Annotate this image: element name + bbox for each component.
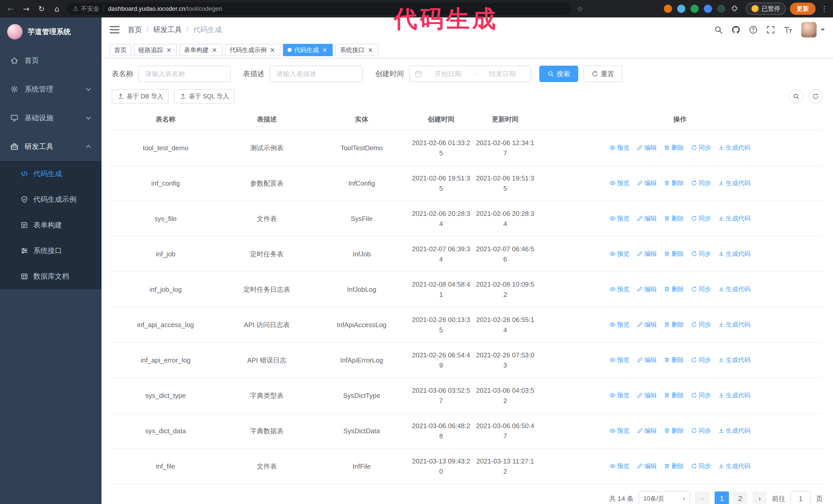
sync-link[interactable]: 同步: [691, 319, 711, 330]
generate-code-link[interactable]: 生成代码: [718, 355, 751, 365]
delete-link[interactable]: 删除: [664, 249, 684, 259]
edit-link[interactable]: 编辑: [637, 213, 657, 223]
generate-code-link[interactable]: 生成代码: [718, 461, 751, 471]
goto-page-input[interactable]: [790, 491, 811, 504]
generate-code-link[interactable]: 生成代码: [718, 213, 751, 223]
extension-icon[interactable]: [664, 5, 672, 13]
sync-link[interactable]: 同步: [691, 426, 711, 436]
delete-link[interactable]: 删除: [664, 426, 684, 436]
hamburger-icon[interactable]: [110, 26, 119, 33]
extension-icon[interactable]: [690, 5, 699, 13]
delete-link[interactable]: 删除: [664, 284, 684, 294]
close-icon[interactable]: ×: [269, 47, 276, 53]
breadcrumb-item[interactable]: 研发工具: [153, 25, 182, 34]
sidebar-item-codegen[interactable]: 代码生成: [0, 161, 101, 187]
delete-link[interactable]: 删除: [664, 390, 684, 401]
tab-4[interactable]: 代码生成×: [283, 44, 333, 56]
sync-link[interactable]: 同步: [691, 461, 711, 471]
preview-link[interactable]: 预览: [610, 213, 629, 223]
home-button[interactable]: ⌂: [51, 4, 63, 13]
extension-icon[interactable]: [677, 5, 685, 13]
generate-code-link[interactable]: 生成代码: [718, 143, 751, 153]
sync-link[interactable]: 同步: [691, 213, 711, 223]
edit-link[interactable]: 编辑: [637, 319, 657, 330]
sync-link[interactable]: 同步: [691, 143, 711, 153]
close-icon[interactable]: ×: [166, 47, 172, 53]
page-button-2[interactable]: 2: [733, 491, 747, 504]
edit-link[interactable]: 编辑: [637, 390, 657, 401]
preview-link[interactable]: 预览: [610, 461, 629, 471]
tab-1[interactable]: 链路追踪×: [134, 44, 177, 56]
sync-link[interactable]: 同步: [691, 178, 711, 188]
sidebar-item-db-doc[interactable]: 数据库文档: [0, 264, 101, 289]
generate-code-link[interactable]: 生成代码: [718, 178, 751, 188]
sidebar-item-devtools[interactable]: 研发工具: [0, 132, 101, 161]
delete-link[interactable]: 删除: [664, 213, 684, 223]
table-desc-input[interactable]: [270, 66, 363, 82]
tab-0[interactable]: 首页: [110, 44, 131, 56]
close-icon[interactable]: ×: [211, 47, 218, 53]
generate-code-link[interactable]: 生成代码: [718, 284, 751, 294]
next-page-button[interactable]: ›: [753, 491, 767, 504]
sync-link[interactable]: 同步: [691, 284, 711, 294]
edit-link[interactable]: 编辑: [637, 178, 657, 188]
date-range-picker[interactable]: 开始日期 - 结束日期: [409, 66, 531, 82]
menu-kebab-icon[interactable]: ⋮: [821, 5, 828, 13]
delete-link[interactable]: 删除: [664, 178, 684, 188]
github-icon[interactable]: [732, 25, 740, 34]
toggle-search-button[interactable]: [789, 89, 803, 103]
update-button[interactable]: 更新: [790, 3, 815, 15]
tab-5[interactable]: 系统接口×: [335, 44, 378, 56]
delete-link[interactable]: 删除: [664, 355, 684, 365]
edit-link[interactable]: 编辑: [637, 461, 657, 471]
back-button[interactable]: ←: [5, 4, 17, 13]
sidebar-item-system[interactable]: 系统管理: [0, 75, 101, 103]
search-button[interactable]: 搜索: [539, 66, 578, 82]
preview-link[interactable]: 预览: [610, 390, 629, 401]
sidebar-item-home[interactable]: 首页: [0, 46, 101, 75]
delete-link[interactable]: 删除: [664, 319, 684, 330]
fullscreen-icon[interactable]: [766, 25, 775, 34]
edit-link[interactable]: 编辑: [637, 284, 657, 294]
sidebar-item-form-builder[interactable]: 表单构建: [0, 212, 101, 238]
search-icon[interactable]: [714, 25, 723, 34]
sidebar-item-infra[interactable]: 基础设施: [0, 103, 101, 132]
delete-link[interactable]: 删除: [664, 461, 684, 471]
preview-link[interactable]: 预览: [610, 249, 629, 259]
edit-link[interactable]: 编辑: [637, 143, 657, 153]
prev-page-button[interactable]: ‹: [695, 491, 710, 504]
table-name-input[interactable]: [138, 66, 231, 82]
page-size-select[interactable]: 10条/页 ▾: [639, 491, 690, 504]
preview-link[interactable]: 预览: [610, 319, 629, 330]
user-avatar[interactable]: [801, 22, 816, 38]
sync-link[interactable]: 同步: [691, 249, 711, 259]
reload-button[interactable]: ↻: [36, 4, 47, 13]
chevron-down-icon[interactable]: [821, 29, 825, 33]
sidebar-item-api[interactable]: 系统接口: [0, 238, 101, 264]
reset-button[interactable]: 重置: [584, 66, 622, 82]
page-button-1[interactable]: 1: [715, 491, 729, 504]
font-size-icon[interactable]: [784, 25, 792, 34]
profile-chip[interactable]: 已暂停: [746, 3, 786, 15]
preview-link[interactable]: 预览: [610, 426, 629, 436]
preview-link[interactable]: 预览: [610, 178, 629, 188]
extensions-puzzle-icon[interactable]: [731, 5, 739, 13]
logo[interactable]: 芋道管理系统: [0, 18, 101, 46]
generate-code-link[interactable]: 生成代码: [718, 249, 751, 259]
delete-link[interactable]: 删除: [664, 143, 684, 153]
edit-link[interactable]: 编辑: [637, 249, 657, 259]
generate-code-link[interactable]: 生成代码: [718, 319, 751, 330]
preview-link[interactable]: 预览: [610, 355, 629, 365]
preview-link[interactable]: 预览: [610, 284, 629, 294]
edit-link[interactable]: 编辑: [637, 426, 657, 436]
tab-2[interactable]: 表单构建×: [180, 44, 222, 56]
close-icon[interactable]: ×: [367, 47, 374, 53]
extension-icon[interactable]: [704, 5, 712, 13]
edit-link[interactable]: 编辑: [637, 355, 657, 365]
sidebar-item-codegen-demo[interactable]: 代码生成示例: [0, 187, 101, 212]
generate-code-link[interactable]: 生成代码: [718, 426, 751, 436]
forward-button[interactable]: →: [21, 4, 32, 13]
sync-link[interactable]: 同步: [691, 355, 711, 365]
close-icon[interactable]: ×: [322, 47, 328, 53]
breadcrumb-item[interactable]: 首页: [128, 25, 142, 34]
